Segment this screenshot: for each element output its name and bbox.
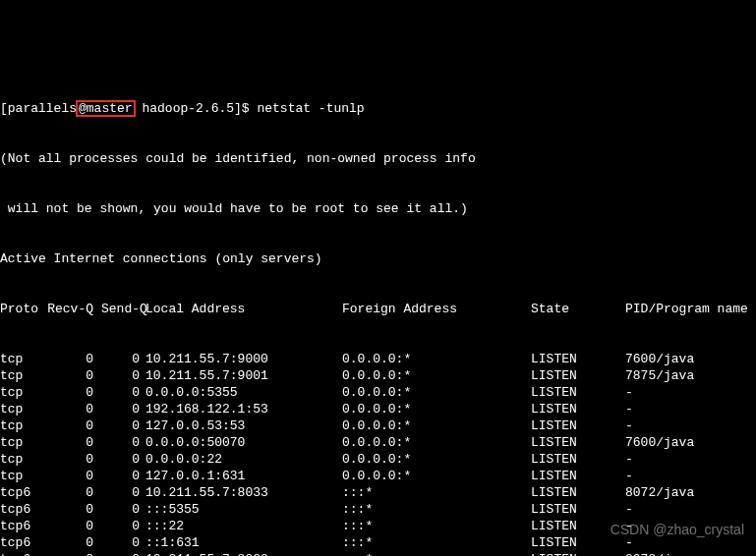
cell-state: LISTEN: [531, 417, 625, 434]
cell-foreign: 0.0.0.0:*: [342, 434, 531, 451]
cell-sendq: 0: [101, 401, 145, 417]
cell-foreign: 0.0.0.0:*: [342, 401, 531, 417]
cell-sendq: 0: [101, 417, 145, 434]
cell-sendq: 0: [101, 551, 145, 556]
cell-pid: -: [625, 384, 633, 401]
cell-state: LISTEN: [531, 401, 625, 417]
cell-proto: tcp6: [0, 551, 47, 556]
cell-recvq: 0: [47, 518, 101, 534]
cell-local: 0.0.0.0:50070: [145, 434, 342, 451]
col-proto: Proto: [0, 301, 47, 317]
cell-recvq: 0: [47, 401, 101, 417]
cell-proto: tcp: [0, 417, 47, 434]
table-row: tcp00192.168.122.1:530.0.0.0:*LISTEN-: [0, 401, 756, 417]
hostname-highlight: @master: [76, 100, 136, 117]
cell-local: 10.211.55.7:9000: [145, 351, 342, 367]
cell-local: ::1:631: [145, 534, 342, 551]
cell-sendq: 0: [101, 468, 145, 484]
cell-state: LISTEN: [531, 551, 625, 556]
terminal[interactable]: [parallels@master hadoop-2.6.5]$ netstat…: [0, 67, 756, 556]
cell-local: :::5355: [145, 501, 342, 518]
cell-pid: 7600/java: [625, 351, 694, 367]
cell-local: :::22: [145, 518, 342, 534]
command-text: netstat -tunlp: [257, 101, 364, 116]
cell-proto: tcp6: [0, 534, 47, 551]
table-row: tcp00127.0.0.53:530.0.0.0:*LISTEN-: [0, 417, 756, 434]
cell-sendq: 0: [101, 518, 145, 534]
prompt-line-1: [parallels@master hadoop-2.6.5]$ netstat…: [0, 100, 756, 117]
cell-pid: 8072/java: [625, 551, 694, 556]
cell-foreign: :::*: [342, 501, 531, 518]
cell-pid: 8072/java: [625, 484, 694, 501]
cell-foreign: 0.0.0.0:*: [342, 384, 531, 401]
heading-line: Active Internet connections (only server…: [0, 250, 756, 267]
cell-state: LISTEN: [531, 518, 625, 534]
cell-foreign: 0.0.0.0:*: [342, 351, 531, 367]
cell-recvq: 0: [47, 484, 101, 501]
table-row: tcp600::1:631:::*LISTEN-: [0, 534, 756, 551]
cell-state: LISTEN: [531, 501, 625, 518]
cell-recvq: 0: [47, 351, 101, 367]
col-foreign: Foreign Address: [342, 301, 531, 317]
cell-local: 192.168.122.1:53: [145, 401, 342, 417]
cell-foreign: :::*: [342, 551, 531, 556]
cell-foreign: 0.0.0.0:*: [342, 367, 531, 384]
col-sendq: Send-Q: [101, 301, 145, 317]
cell-pid: -: [625, 534, 633, 551]
col-pid: PID/Program name: [625, 301, 748, 317]
cell-state: LISTEN: [531, 534, 625, 551]
cell-local: 127.0.0.53:53: [145, 417, 342, 434]
prompt-path: hadoop-2.6.5]$: [135, 101, 258, 116]
cell-state: LISTEN: [531, 468, 625, 484]
cell-recvq: 0: [47, 367, 101, 384]
cell-recvq: 0: [47, 434, 101, 451]
table-row: tcp0010.211.55.7:90010.0.0.0:*LISTEN7875…: [0, 367, 756, 384]
cell-local: 127.0.0.1:631: [145, 468, 342, 484]
table-row: tcp0010.211.55.7:90000.0.0.0:*LISTEN7600…: [0, 351, 756, 367]
cell-proto: tcp: [0, 384, 47, 401]
cell-sendq: 0: [101, 434, 145, 451]
cell-recvq: 0: [47, 468, 101, 484]
cell-pid: -: [625, 518, 633, 534]
cell-foreign: :::*: [342, 484, 531, 501]
cell-proto: tcp6: [0, 518, 47, 534]
cell-state: LISTEN: [531, 451, 625, 468]
table-row: tcp60010.211.55.7:8033:::*LISTEN8072/jav…: [0, 484, 756, 501]
cell-pid: -: [625, 451, 633, 468]
cell-sendq: 0: [101, 367, 145, 384]
table-row: tcp00127.0.0.1:6310.0.0.0:*LISTEN-: [0, 468, 756, 484]
table-row: tcp000.0.0.0:500700.0.0.0:*LISTEN7600/ja…: [0, 434, 756, 451]
cell-pid: -: [625, 501, 633, 518]
col-local: Local Address: [145, 301, 342, 317]
cell-foreign: 0.0.0.0:*: [342, 468, 531, 484]
table-row: tcp000.0.0.0:53550.0.0.0:*LISTEN-: [0, 384, 756, 401]
cell-proto: tcp: [0, 351, 47, 367]
cell-state: LISTEN: [531, 434, 625, 451]
cell-sendq: 0: [101, 351, 145, 367]
cell-local: 10.211.55.7:8088: [145, 551, 342, 556]
cell-local: 10.211.55.7:8033: [145, 484, 342, 501]
cell-state: LISTEN: [531, 367, 625, 384]
cell-pid: -: [625, 417, 633, 434]
cell-proto: tcp: [0, 367, 47, 384]
cell-proto: tcp: [0, 451, 47, 468]
cell-state: LISTEN: [531, 384, 625, 401]
cell-local: 0.0.0.0:5355: [145, 384, 342, 401]
col-recvq: Recv-Q: [47, 301, 101, 317]
cell-pid: -: [625, 468, 633, 484]
cell-local: 0.0.0.0:22: [145, 451, 342, 468]
cell-foreign: 0.0.0.0:*: [342, 417, 531, 434]
cell-proto: tcp: [0, 468, 47, 484]
cell-local: 10.211.55.7:9001: [145, 367, 342, 384]
table-row: tcp000.0.0.0:220.0.0.0:*LISTEN-: [0, 451, 756, 468]
table-row: tcp600:::22:::*LISTEN-: [0, 518, 756, 534]
cell-foreign: 0.0.0.0:*: [342, 451, 531, 468]
table-header: ProtoRecv-QSend-QLocal AddressForeign Ad…: [0, 301, 756, 317]
cell-recvq: 0: [47, 551, 101, 556]
table-body: tcp0010.211.55.7:90000.0.0.0:*LISTEN7600…: [0, 351, 756, 556]
cell-recvq: 0: [47, 384, 101, 401]
cell-sendq: 0: [101, 484, 145, 501]
cell-foreign: :::*: [342, 534, 531, 551]
prompt-user: [parallels: [0, 101, 77, 116]
cell-state: LISTEN: [531, 484, 625, 501]
